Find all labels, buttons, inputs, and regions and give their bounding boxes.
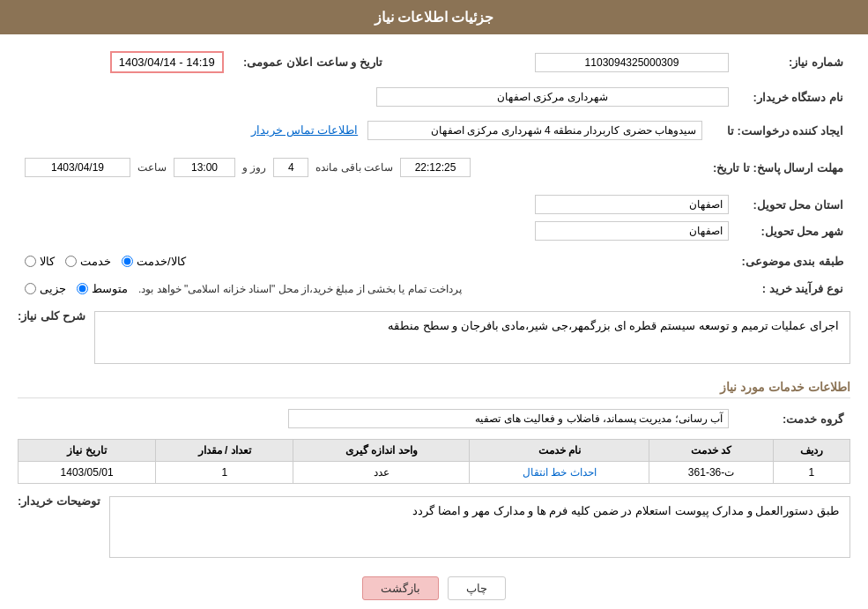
sharh-section: شرح کلی نیاز: اجرای عملیات ترمیم و توسعه…: [18, 306, 850, 369]
motavasset-label: متوسط: [92, 282, 128, 295]
service-table: ردیفکد خدمتنام خدمتواحد اندازه گیریتعداد…: [18, 439, 850, 484]
content-area: شماره نیاز: 1103094325000309 تاریخ و ساع…: [0, 34, 868, 609]
ijad-table: ایجاد کننده درخواست: تا سیدوهاب حضری کار…: [18, 117, 850, 144]
mohlat-table: مهلت ارسال پاسخ: تا تاریخ: 1403/04/19 سا…: [18, 151, 850, 184]
buttons-row: چاپ بازگشت: [18, 576, 850, 600]
dastgah-label: نام دستگاه خریدار:: [736, 84, 850, 110]
radio-khadamat-label: خدمت: [80, 255, 111, 268]
cell-0-1: ت-36-361: [649, 462, 774, 484]
farayand-notice: پرداخت تمام یا بخشی از مبلغ خرید،از محل …: [138, 283, 462, 295]
ijad-value: سیدوهاب حضری کاربردار منطقه 4 شهرداری مر…: [367, 121, 702, 140]
header-bar: جزئیات اطلاعات نیاز: [0, 0, 868, 34]
radio-motavasset[interactable]: متوسط: [77, 282, 128, 295]
cell-0-4: 1: [156, 462, 293, 484]
jozee-label: جزیی: [40, 282, 66, 295]
ostan-value: اصفهان: [535, 195, 729, 214]
baghimandeh-value: 22:12:25: [400, 158, 471, 177]
col-header-2: نام خدمت: [470, 440, 649, 462]
sharh-value: اجرای عملیات ترمیم و توسعه سیستم قطره ای…: [388, 319, 839, 332]
tosifat-section: توضیحات خریدار: طبق دستورالعمل و مدارک پ…: [18, 491, 850, 563]
table-row: 1ت-36-361احداث خط انتقالعدد11403/05/01: [19, 462, 850, 484]
col-header-4: تعداد / مقدار: [156, 440, 293, 462]
khadamat-title: اطلاعات خدمات مورد نیاز: [18, 380, 850, 398]
radio-kala[interactable]: کالا: [25, 255, 55, 268]
cell-0-0: 1: [773, 462, 849, 484]
radio-kala-label: کالا: [40, 255, 55, 268]
tabaqe-table: طبقه بندی موضوعی: کالا خدمت کالا/خدمت: [18, 251, 850, 271]
col-header-1: کد خدمت: [649, 440, 774, 462]
dastgah-table: نام دستگاه خریدار: شهرداری مرکزی اصفهان: [18, 84, 850, 110]
tosifat-box: طبق دستورالعمل و مدارک پیوست استعلام در …: [109, 496, 850, 558]
shahr-label: شهر محل تحویل:: [736, 218, 850, 244]
tosifat-label: توضیحات خریدار:: [18, 491, 100, 508]
ijad-label: ایجاد کننده درخواست: تا: [709, 117, 850, 144]
back-button[interactable]: بازگشت: [362, 576, 439, 600]
mohlat-roz-label: روز و: [242, 161, 266, 174]
print-button[interactable]: چاپ: [448, 576, 506, 600]
etelaat-tamas-link[interactable]: اطلاعات تماس خریدار: [251, 123, 358, 137]
col-header-0: ردیف: [773, 440, 849, 462]
shahr-value: اصفهان: [535, 221, 729, 241]
tarikh-elan-value: 1403/04/14 - 14:19: [110, 51, 224, 73]
col-header-3: واحد اندازه گیری: [293, 440, 470, 462]
shomara-value: 1103094325000309: [535, 53, 729, 72]
grooh-label: گروه خدمت:: [736, 405, 850, 432]
tosifat-value: طبق دستورالعمل و مدارک پیوست استعلام در …: [412, 504, 839, 517]
col-header-5: تاریخ نیاز: [19, 440, 156, 462]
tarikh-elan-label: تاریخ و ساعت اعلان عمومی:: [231, 48, 389, 77]
mohlat-date: 1403/04/19: [25, 158, 130, 177]
radio-kala-khadamat[interactable]: کالا/خدمت: [122, 255, 186, 268]
radio-jozee[interactable]: جزیی: [25, 282, 66, 295]
cell-0-2: احداث خط انتقال: [470, 462, 649, 484]
mohlat-roz: 4: [273, 158, 308, 177]
cell-0-3: عدد: [293, 462, 470, 484]
top-info-table: شماره نیاز: 1103094325000309 تاریخ و ساع…: [18, 48, 850, 77]
cell-0-5: 1403/05/01: [19, 462, 156, 484]
radio-kala-khadamat-label: کالا/خدمت: [137, 255, 186, 268]
sharh-box: اجرای عملیات ترمیم و توسعه سیستم قطره ای…: [94, 311, 850, 364]
tabaqe-label: طبقه بندی موضوعی:: [734, 251, 850, 271]
dastgah-value: شهرداری مرکزی اصفهان: [376, 87, 729, 107]
mohlat-label: مهلت ارسال پاسخ: تا تاریخ:: [706, 151, 850, 184]
shomara-label: شماره نیاز:: [736, 48, 850, 77]
mohlat-saat: 13:00: [174, 158, 235, 177]
baghimandeh-label: ساعت باقی مانده: [315, 161, 393, 174]
grooh-value: آب رسانی؛ مدیریت پسماند، فاضلاب و فعالیت…: [288, 409, 729, 428]
ostan-table: استان محل تحویل: اصفهان شهر محل تحویل: ا…: [18, 191, 850, 244]
page-title: جزئیات اطلاعات نیاز: [375, 10, 494, 25]
page-wrapper: جزئیات اطلاعات نیاز شماره نیاز: 11030943…: [0, 0, 868, 609]
farayand-table: نوع فرآیند خرید : جزیی متوسط پرداخت تمام…: [18, 279, 850, 299]
mohlat-saat-label: ساعت: [137, 161, 167, 174]
ostan-label: استان محل تحویل:: [736, 191, 850, 218]
farayand-label: نوع فرآیند خرید :: [736, 279, 850, 299]
sharh-label: شرح کلی نیاز:: [18, 306, 85, 323]
radio-khadamat[interactable]: خدمت: [65, 255, 111, 268]
grooh-table: گروه خدمت: آب رسانی؛ مدیریت پسماند، فاضل…: [18, 405, 850, 432]
